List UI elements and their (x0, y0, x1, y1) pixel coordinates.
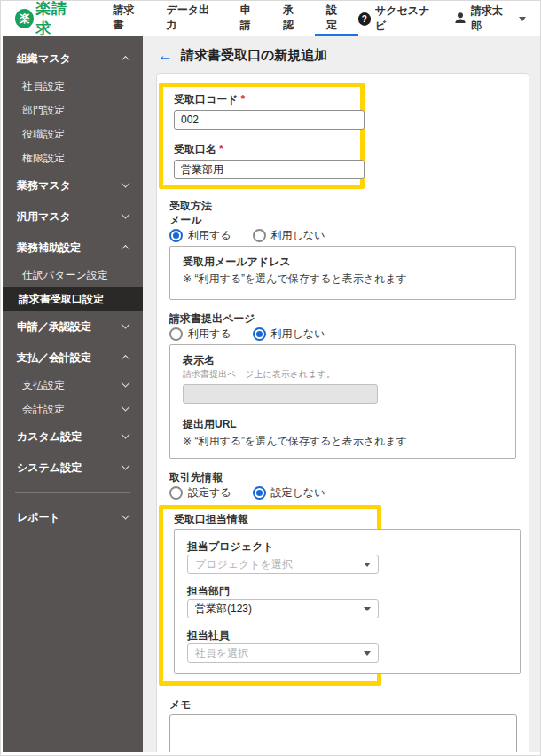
user-icon (454, 12, 467, 27)
top-bar: 楽 楽請求 請求書 データ出力 申請 承認 設定 サクセスナビ 請求太郎 (1, 1, 540, 36)
partner-set-radio[interactable]: 設定する (169, 485, 231, 500)
partner-not-set-radio[interactable]: 設定しない (253, 485, 325, 500)
help-icon (358, 12, 371, 26)
sidebar-section-business-master[interactable]: 業務マスタ (3, 170, 143, 201)
partner-info-label: 取引先情報 (169, 471, 516, 484)
nav-data-export[interactable]: データ出力 (154, 1, 228, 36)
sidebar-item-permission-settings[interactable]: 権限設定 (3, 146, 143, 170)
field-department: 担当部門 営業部(123) (187, 585, 507, 618)
memo-textarea[interactable] (169, 714, 517, 752)
top-bar-right: サクセスナビ 請求太郎 (358, 4, 526, 34)
sidebar-section-custom-settings[interactable]: カスタム設定 (3, 421, 143, 453)
sidebar-section-system-settings[interactable]: システム設定 (3, 453, 143, 484)
chevron-down-icon (122, 430, 130, 439)
partner-radio-group: 設定する 設定しない (169, 485, 516, 500)
sidebar-item-department-settings[interactable]: 部門設定 (3, 98, 143, 122)
required-mark: * (241, 93, 246, 106)
mail-label: メール (169, 214, 516, 226)
main-nav: 請求書 データ出力 申請 承認 設定 (102, 1, 358, 36)
highlight-box-contact-info: 受取口担当情報 担当プロジェクト プロジェクトを選択 担当部門 営業部(123) (159, 505, 381, 686)
chevron-down-icon (122, 379, 130, 388)
sidebar-section-payment-accounting[interactable]: 支払／会計設定 (3, 343, 143, 374)
sidebar-section-application-approval[interactable]: 申請／承認設定 (3, 311, 143, 343)
receiver-code-input[interactable] (174, 110, 365, 130)
sidebar: 組織マスタ 社員設定 部門設定 役職設定 権限設定 業務マスタ 汎用マスタ 業務… (3, 36, 143, 752)
back-button[interactable]: ← (158, 48, 173, 63)
nav-invoices[interactable]: 請求書 (102, 1, 155, 36)
sidebar-item-invoice-receiver-settings[interactable]: 請求書受取口設定 (3, 287, 143, 311)
field-employee: 担当社員 社員を選択 (187, 629, 507, 663)
chevron-down-icon (122, 179, 130, 188)
project-placeholder: プロジェクトを選択 (195, 557, 293, 572)
radio-unchecked-icon (169, 486, 183, 500)
radio-checked-icon (253, 327, 266, 341)
sidebar-divider (15, 492, 130, 493)
department-value: 営業部(123) (195, 602, 252, 617)
display-name-note: 請求書提出ページ上に表示されます。 (183, 368, 503, 381)
receiver-name-label: 受取口名 (174, 143, 216, 155)
sidebar-section-org-master[interactable]: 組織マスタ (3, 43, 143, 75)
nav-settings[interactable]: 設定 (315, 1, 358, 36)
display-name-label: 表示名 (183, 354, 503, 366)
nav-application[interactable]: 申請 (229, 1, 272, 36)
field-project: 担当プロジェクト プロジェクトを選択 (187, 540, 507, 574)
submit-page-radio-group: 利用する 利用しない (169, 327, 516, 341)
required-mark: * (219, 143, 223, 155)
chevron-down-icon (122, 210, 130, 219)
main-content: ← 請求書受取口の新規追加 受取口コード* 受取口名* 受取方法 メール (143, 36, 540, 752)
submit-url-note: ※ “利用する”を選んで保存すると表示されます (183, 434, 503, 449)
sidebar-item-payment-settings[interactable]: 支払設定 (3, 374, 143, 398)
submit-page-not-use-radio[interactable]: 利用しない (253, 327, 325, 342)
chevron-down-icon (122, 461, 130, 470)
logo-text: 楽請求 (35, 0, 82, 39)
receiver-name-input[interactable] (174, 160, 365, 179)
memo-label: メモ (169, 698, 516, 711)
highlight-box-code-name: 受取口コード* 受取口名* (159, 83, 365, 189)
mail-address-label: 受取用メールアドレス (183, 256, 503, 268)
chevron-down-icon (122, 511, 130, 520)
chevron-down-icon (519, 17, 526, 21)
project-select[interactable]: プロジェクトを選択 (187, 555, 379, 574)
sidebar-item-employee-settings[interactable]: 社員設定 (3, 75, 143, 98)
mail-address-note: ※ “利用する”を選んで保存すると表示されます (183, 272, 503, 287)
employee-placeholder: 社員を選択 (195, 646, 248, 661)
chevron-down-icon (364, 651, 371, 656)
app-logo[interactable]: 楽 楽請求 (15, 0, 82, 39)
sidebar-section-general-master[interactable]: 汎用マスタ (3, 201, 143, 232)
radio-checked-icon (253, 486, 266, 500)
form-card: 受取口コード* 受取口名* 受取方法 メール 利用する 利用しない (156, 73, 529, 752)
contact-info-label: 受取口担当情報 (174, 513, 377, 525)
user-menu[interactable]: 請求太郎 (454, 4, 526, 34)
department-select[interactable]: 営業部(123) (187, 599, 379, 618)
page-title: 請求書受取口の新規追加 (181, 47, 327, 64)
employee-label: 担当社員 (187, 629, 507, 642)
employee-select[interactable]: 社員を選択 (187, 643, 379, 663)
display-name-input (183, 384, 378, 404)
nav-approval[interactable]: 承認 (271, 1, 315, 36)
field-receiver-code: 受取口コード* (174, 91, 353, 130)
success-navi-link[interactable]: サクセスナビ (358, 4, 438, 34)
submit-url-label: 提出用URL (183, 418, 503, 430)
chevron-down-icon (122, 403, 130, 412)
sidebar-item-journal-pattern-settings[interactable]: 仕訳パターン設定 (3, 264, 143, 287)
sidebar-item-accounting-settings[interactable]: 会計設定 (3, 398, 143, 421)
chevron-down-icon (122, 320, 130, 329)
submit-page-use-radio[interactable]: 利用する (169, 327, 231, 342)
sidebar-section-report[interactable]: レポート (3, 502, 143, 533)
chevron-down-icon (364, 607, 371, 611)
page-header: ← 請求書受取口の新規追加 (158, 47, 529, 64)
mail-use-radio[interactable]: 利用する (169, 228, 231, 243)
app-window: 楽 楽請求 請求書 データ出力 申請 承認 設定 サクセスナビ 請求太郎 (0, 0, 541, 756)
sidebar-item-position-settings[interactable]: 役職設定 (3, 122, 143, 146)
department-label: 担当部門 (187, 585, 507, 597)
submit-page-label: 請求書提出ページ (169, 312, 516, 325)
radio-unchecked-icon (169, 327, 183, 341)
mail-address-panel: 受取用メールアドレス ※ “利用する”を選んで保存すると表示されます (169, 246, 516, 300)
mail-not-use-radio[interactable]: 利用しない (253, 228, 325, 243)
field-receiver-name: 受取口名* (174, 140, 353, 179)
submit-page-panel: 表示名 請求書提出ページ上に表示されます。 提出用URL ※ “利用する”を選ん… (169, 344, 516, 459)
sidebar-section-business-support[interactable]: 業務補助設定 (3, 232, 143, 264)
user-name: 請求太郎 (471, 4, 511, 34)
radio-checked-icon (169, 229, 183, 242)
chevron-up-icon (122, 245, 130, 254)
